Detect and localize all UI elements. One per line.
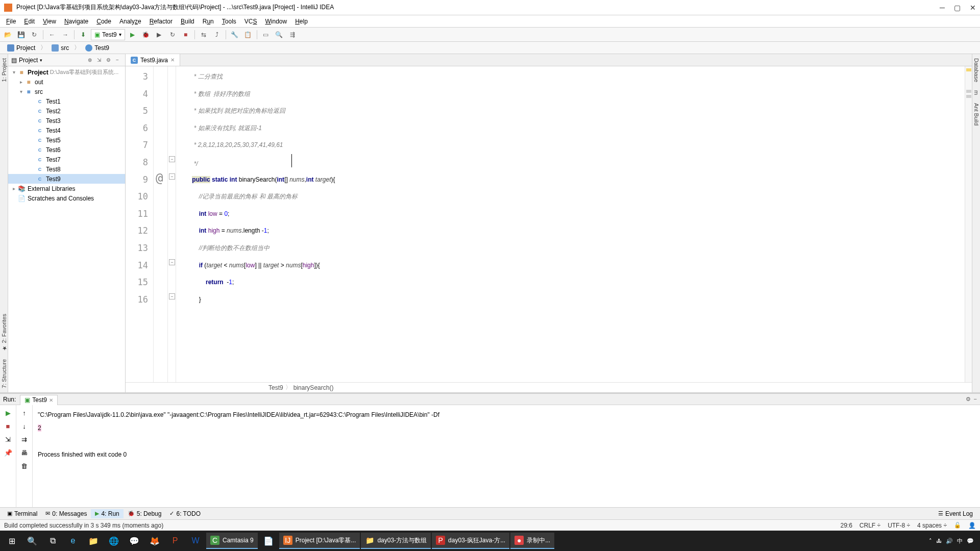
tree-file[interactable]: CTest7: [8, 155, 125, 164]
expand-arrow-icon[interactable]: ▸: [10, 186, 17, 191]
tab-messages[interactable]: ✉0: Messages: [41, 509, 91, 518]
taskbar-app-folder[interactable]: 📁 day03-方法与数组: [361, 533, 431, 549]
tab-eventlog[interactable]: ☰Event Log: [934, 509, 977, 518]
rerun-button[interactable]: ▶: [3, 407, 14, 418]
firefox-icon[interactable]: 🦊: [145, 533, 164, 549]
menu-edit[interactable]: Edit: [20, 17, 39, 26]
expand-arrow-icon[interactable]: ▾: [17, 89, 24, 94]
minimize-icon[interactable]: −: [974, 396, 977, 403]
menu-file[interactable]: File: [2, 17, 20, 26]
info-marker[interactable]: [966, 90, 971, 93]
windows-start-button[interactable]: ⊞: [2, 533, 21, 549]
open-button[interactable]: 📂: [2, 29, 13, 40]
tab-database[interactable]: Database: [972, 54, 981, 86]
hide-button[interactable]: −: [113, 56, 122, 65]
up-button[interactable]: ↑: [19, 407, 30, 418]
code-area[interactable]: 3 4 5 6 7 8 9 10 11 12 13 14 15 16 @ − −: [126, 66, 972, 382]
tree-file[interactable]: CTest8: [8, 164, 125, 174]
menu-build[interactable]: Build: [177, 17, 199, 26]
tree-file[interactable]: CTest2: [8, 106, 125, 116]
tray-notif-icon[interactable]: 💬: [967, 538, 974, 544]
menu-analyze[interactable]: Analyze: [115, 17, 145, 26]
right-gutter[interactable]: [965, 66, 972, 382]
refresh-button[interactable]: ↻: [29, 29, 40, 40]
tree-file[interactable]: CTest6: [8, 145, 125, 155]
tab-project[interactable]: 1: Project: [0, 54, 8, 86]
avd-button[interactable]: ▭: [260, 29, 272, 40]
tab-run[interactable]: ▶4: Run: [91, 509, 123, 518]
tool-button[interactable]: ⇆: [198, 29, 209, 40]
nav-project[interactable]: Project: [4, 43, 38, 53]
run-tab[interactable]: ▣ Test9 ✕: [20, 395, 58, 405]
menu-run[interactable]: Run: [199, 17, 218, 26]
restore-layout-button[interactable]: ⇲: [3, 434, 14, 445]
find-everywhere-button[interactable]: ⇶: [287, 29, 298, 40]
breadcrumb-item[interactable]: Test9: [268, 384, 283, 391]
word-icon[interactable]: W: [186, 533, 205, 549]
tree-file-selected[interactable]: CTest9: [8, 174, 125, 184]
wrench-icon[interactable]: 🔧: [229, 29, 240, 40]
menu-help[interactable]: Help: [291, 17, 312, 26]
tree-file[interactable]: CTest1: [8, 96, 125, 106]
unknown-app-icon[interactable]: 📄: [259, 533, 278, 549]
override-icon[interactable]: @: [156, 171, 163, 185]
soft-wrap-button[interactable]: ⇉: [19, 434, 30, 445]
close-button[interactable]: ✕: [970, 4, 976, 12]
taskbar-app-camtasia[interactable]: C Camtasia 9: [206, 533, 258, 549]
debug-button[interactable]: 🐞: [140, 29, 152, 40]
menu-navigate[interactable]: Navigate: [60, 17, 92, 26]
wechat-icon[interactable]: 💬: [125, 533, 144, 549]
tab-favorites[interactable]: ★ 2: Favorites: [0, 310, 8, 356]
tray-arrow-icon[interactable]: ˄: [929, 538, 932, 544]
tab-structure[interactable]: 7: Structure: [0, 355, 8, 392]
menu-refactor[interactable]: Refactor: [145, 17, 177, 26]
profile-button[interactable]: ↻: [167, 29, 178, 40]
tree-src[interactable]: ▾ ■ src: [8, 87, 125, 96]
nav-file[interactable]: Test9: [82, 43, 112, 53]
tab-todo[interactable]: ✓6: TODO: [165, 509, 205, 518]
close-icon[interactable]: ✕: [49, 397, 53, 403]
menu-view[interactable]: View: [39, 17, 60, 26]
taskbar-app-intellij[interactable]: IJ Project [D:\Java零基...: [279, 533, 360, 549]
run-output[interactable]: "C:\Program Files\Java\jdk-11.0.2\bin\ja…: [33, 405, 980, 507]
fold-marker[interactable]: −: [169, 156, 175, 162]
down-button[interactable]: ↓: [19, 420, 30, 432]
tree-file[interactable]: CTest4: [8, 126, 125, 135]
stop-button[interactable]: ■: [3, 420, 14, 432]
lock-icon[interactable]: 🔓: [954, 522, 961, 529]
taskview-icon[interactable]: ⧉: [43, 533, 62, 549]
project-tree[interactable]: ▾ ■ Project D:\Java零基础到项目系统... ▸ ■ out ▾…: [8, 66, 125, 392]
menu-vcs[interactable]: VCS: [240, 17, 261, 26]
minimize-button[interactable]: ─: [940, 4, 945, 12]
fold-marker[interactable]: −: [169, 293, 175, 299]
fold-marker[interactable]: −: [169, 259, 175, 265]
tray-volume-icon[interactable]: 🔊: [946, 538, 953, 544]
breadcrumb-item[interactable]: binarySearch(): [293, 384, 334, 391]
pin-button[interactable]: 📌: [3, 447, 14, 458]
tree-scratches[interactable]: 📄 Scratches and Consoles: [8, 193, 125, 203]
gear-icon[interactable]: ⚙: [966, 396, 971, 403]
clear-button[interactable]: 🗑: [19, 460, 30, 471]
info-marker[interactable]: [966, 95, 971, 98]
status-position[interactable]: 29:6: [841, 522, 852, 529]
project-view-select[interactable]: ▤ Project ▾: [11, 57, 85, 64]
chrome-icon[interactable]: 🌐: [104, 533, 124, 549]
tray-network-icon[interactable]: 🖧: [936, 538, 942, 544]
edge-icon[interactable]: e: [63, 533, 83, 549]
tab-ant[interactable]: Ant Build: [972, 99, 981, 130]
forward-button[interactable]: →: [60, 29, 71, 40]
scroll-from-source-button[interactable]: ⊕: [85, 56, 94, 65]
expand-arrow-icon[interactable]: ▾: [10, 69, 17, 75]
stop-button[interactable]: ■: [180, 29, 191, 40]
maximize-button[interactable]: ▢: [954, 4, 961, 12]
systray[interactable]: ˄ 🖧 🔊 中 💬: [929, 537, 978, 545]
tab-debug[interactable]: 🐞5: Debug: [124, 509, 166, 518]
ppt-icon[interactable]: P: [165, 533, 185, 549]
explorer-icon[interactable]: 📁: [84, 533, 103, 549]
menu-code[interactable]: Code: [92, 17, 115, 26]
tool-button[interactable]: ⤴: [211, 29, 223, 40]
tab-terminal[interactable]: ▣Terminal: [3, 509, 41, 518]
tree-ext-libs[interactable]: ▸ 📚 External Libraries: [8, 184, 125, 193]
status-encoding[interactable]: UTF-8 ÷: [888, 522, 910, 529]
tab-maven[interactable]: m: [972, 86, 981, 99]
